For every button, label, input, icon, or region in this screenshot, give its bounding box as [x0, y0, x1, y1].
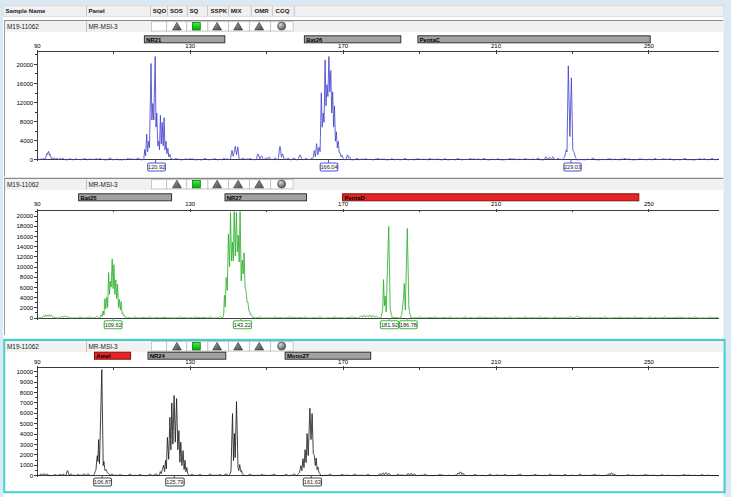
svg-text:161.63: 161.63: [304, 479, 321, 485]
svg-text:10000: 10000: [17, 369, 34, 375]
svg-text:SQO: SQO: [153, 7, 167, 14]
svg-text:Panel: Panel: [89, 7, 106, 14]
svg-text:109.62: 109.62: [105, 322, 122, 328]
svg-text:130: 130: [185, 359, 196, 365]
svg-text:NR27: NR27: [227, 195, 243, 201]
svg-text:Sample Name: Sample Name: [6, 7, 47, 14]
svg-text:Bat25: Bat25: [80, 195, 97, 201]
svg-text:106.87: 106.87: [94, 479, 111, 485]
svg-text:181.92: 181.92: [381, 322, 398, 328]
svg-text:PentaD: PentaD: [344, 195, 364, 201]
svg-text:M19-11062: M19-11062: [7, 343, 39, 350]
svg-text:20000: 20000: [17, 62, 34, 68]
svg-text:18000: 18000: [17, 223, 34, 229]
svg-text:NR21: NR21: [146, 37, 162, 43]
svg-text:120.92: 120.92: [148, 164, 165, 170]
svg-text:12000: 12000: [17, 254, 34, 260]
svg-text:186.78: 186.78: [400, 322, 417, 328]
svg-text:16000: 16000: [17, 81, 34, 87]
svg-text:170: 170: [338, 359, 349, 365]
svg-text:250: 250: [644, 43, 655, 49]
svg-text:7000: 7000: [20, 400, 34, 406]
svg-text:210: 210: [491, 43, 502, 49]
svg-text:1000: 1000: [20, 462, 34, 468]
svg-text:90: 90: [34, 201, 41, 207]
svg-text:130: 130: [185, 201, 196, 207]
svg-text:8000: 8000: [20, 274, 34, 280]
svg-text:14000: 14000: [17, 244, 34, 250]
svg-text:MR-MSI-3: MR-MSI-3: [89, 343, 119, 350]
svg-text:250: 250: [644, 359, 655, 365]
svg-text:2000: 2000: [20, 452, 34, 458]
svg-text:SQ: SQ: [190, 7, 199, 14]
svg-text:90: 90: [34, 43, 41, 49]
svg-text:M19-11062: M19-11062: [7, 23, 39, 30]
svg-text:PentaC: PentaC: [420, 37, 441, 43]
svg-text:6000: 6000: [20, 285, 34, 291]
svg-text:20000: 20000: [17, 213, 34, 219]
svg-text:M19-11062: M19-11062: [7, 181, 39, 188]
svg-text:4000: 4000: [20, 431, 34, 437]
svg-text:16000: 16000: [17, 234, 34, 240]
svg-text:170: 170: [338, 43, 349, 49]
svg-text:5000: 5000: [20, 421, 34, 427]
svg-text:3000: 3000: [20, 442, 34, 448]
svg-text:Amel: Amel: [96, 353, 111, 359]
svg-text:SSPK: SSPK: [211, 7, 228, 14]
svg-text:MR-MSI-3: MR-MSI-3: [89, 23, 119, 30]
svg-text:4000: 4000: [20, 138, 34, 144]
svg-text:125.79: 125.79: [166, 479, 183, 485]
svg-text:8000: 8000: [20, 390, 34, 396]
svg-text:90: 90: [34, 359, 41, 365]
svg-text:130: 130: [185, 43, 196, 49]
svg-text:NR24: NR24: [150, 353, 166, 359]
svg-text:12000: 12000: [17, 100, 34, 106]
svg-text:OMR: OMR: [255, 7, 270, 14]
svg-text:Bat26: Bat26: [306, 37, 323, 43]
svg-text:6000: 6000: [20, 410, 34, 416]
svg-text:2000: 2000: [20, 305, 34, 311]
svg-text:210: 210: [491, 201, 502, 207]
svg-text:8000: 8000: [20, 119, 34, 125]
svg-text:170: 170: [338, 201, 349, 207]
svg-text:4000: 4000: [20, 295, 34, 301]
svg-text:Mono27: Mono27: [287, 353, 310, 359]
svg-text:229.03: 229.03: [564, 164, 581, 170]
svg-text:CGQ: CGQ: [276, 7, 290, 14]
svg-text:SOS: SOS: [170, 7, 183, 14]
svg-text:MIX: MIX: [231, 7, 243, 14]
svg-text:143.22: 143.22: [234, 322, 251, 328]
svg-text:166.04: 166.04: [320, 164, 337, 170]
svg-text:250: 250: [644, 201, 655, 207]
svg-text:210: 210: [491, 359, 502, 365]
svg-text:9000: 9000: [20, 379, 34, 385]
svg-text:10000: 10000: [17, 264, 34, 270]
svg-text:MR-MSI-3: MR-MSI-3: [89, 181, 119, 188]
